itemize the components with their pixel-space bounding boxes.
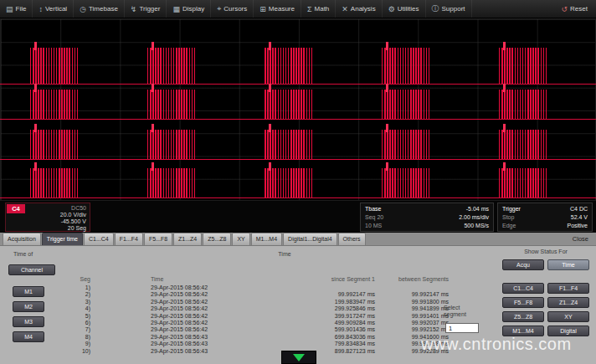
time-cell: 29-Apr-2015 08:56:42 [90, 291, 266, 298]
timebase-row-3: 10 MS500 MS/s [365, 222, 489, 229]
waveform-burst [499, 168, 547, 198]
menu-support[interactable]: ⓘSupport [426, 0, 472, 18]
channel-offset: -45.500 V [61, 218, 86, 225]
menu-display[interactable]: ▦Display [167, 0, 211, 18]
table-row: 6)29-Apr-2015 08:56:42499.909284 ms99.99… [0, 320, 469, 326]
trace-segment-row-2 [0, 90, 596, 120]
show-status-c1-c4-button[interactable]: C1...C4 [502, 283, 544, 294]
show-status-z5-z8-button[interactable]: Z5...Z8 [502, 311, 544, 322]
menu-measure[interactable]: ⊞Measure [254, 0, 301, 18]
vertical-icon: ↕ [39, 5, 43, 13]
channel-descriptor-c4[interactable]: C4 DC50 20.0 V/div -45.500 V 20 Seg [5, 203, 90, 232]
show-status-time-button[interactable]: Time [547, 259, 589, 270]
waveform-display[interactable] [0, 18, 596, 201]
since-cell: 799.834834 ms [266, 341, 375, 347]
waveform-burst [265, 90, 313, 120]
descriptor-bar: C4 DC50 20.0 V/div -45.500 V 20 Seg Tbas… [0, 201, 596, 233]
waveform-burst [30, 168, 79, 198]
segment-table[interactable]: 1)29-Apr-2015 08:56:42 2)29-Apr-2015 08:… [0, 285, 469, 355]
between-cell: 99.992037 ms [375, 320, 449, 326]
segment-input[interactable]: 1 [445, 323, 479, 333]
channel-button[interactable]: Channel [8, 264, 55, 275]
timebase-icon: ◷ [80, 5, 86, 13]
waveform-burst [382, 168, 430, 198]
menu-math[interactable]: ΣMath [301, 0, 336, 18]
waveform-burst [382, 90, 430, 120]
col-between-segments: between Segments [375, 276, 449, 282]
menu-timebase[interactable]: ◷Timebase [74, 0, 125, 18]
since-cell [266, 285, 375, 291]
seg-cell: 5) [0, 313, 90, 320]
seg-cell: 2) [0, 291, 90, 298]
oscilloscope-app: ▤File ↕Vertical ◷Timebase ↯Trigger ▦Disp… [0, 0, 596, 364]
tab-z1-z4[interactable]: Z1...Z4 [173, 233, 202, 245]
timebase-row-2: Seq 202.00 ms/div [365, 213, 489, 221]
menu-cursors-label: Cursors [224, 5, 247, 13]
show-status-z1-z4-button[interactable]: Z1...Z4 [547, 297, 589, 308]
waveform-burst [147, 130, 196, 160]
table-row: 2)29-Apr-2015 08:56:4299.992147 ms99.992… [0, 291, 469, 298]
table-row: 3)29-Apr-2015 08:56:42199.983947 ms99.99… [0, 299, 469, 305]
menu-analysis[interactable]: ✕Analysis [336, 0, 382, 18]
trigger-level: 52.4 V [571, 213, 588, 221]
timebase-descriptor[interactable]: Tbase-5.04 ms Seq 202.00 ms/div 10 MS500… [360, 203, 494, 232]
analysis-icon: ✕ [342, 5, 348, 13]
waveform-burst [265, 48, 313, 85]
tab-c1-c4[interactable]: C1...C4 [84, 233, 114, 245]
waveform-burst [499, 90, 547, 120]
since-cell: 199.983947 ms [266, 299, 375, 305]
show-status-f1-f4-button[interactable]: F1...F4 [547, 283, 589, 294]
reset-button[interactable]: ↺Reset [553, 0, 596, 18]
menu-file[interactable]: ▤File [0, 0, 33, 18]
show-status-acqu-button[interactable]: Acqu [502, 259, 544, 270]
time-cell: 29-Apr-2015 08:56:42 [90, 285, 266, 291]
time-cell: 29-Apr-2015 08:56:43 [90, 334, 266, 341]
between-cell: 99.992147 ms [375, 291, 449, 298]
timebase-samples: 10 MS [365, 222, 382, 229]
trigger-row-3: EdgePositive [502, 222, 588, 229]
hide-dialog-button[interactable] [281, 351, 316, 364]
col-time: Time [90, 276, 266, 282]
trigger-label: Trigger [502, 205, 521, 213]
seg-cell: 8) [0, 334, 90, 341]
trigger-row-2: Stop52.4 V [502, 213, 588, 221]
tab-m1-m4[interactable]: M1...M4 [251, 233, 282, 245]
since-cell: 399.917247 ms [266, 313, 375, 320]
menu-trigger[interactable]: ↯Trigger [125, 0, 167, 18]
since-cell: 99.992147 ms [266, 291, 375, 298]
reset-label: Reset [570, 5, 588, 13]
show-status-xy-button[interactable]: XY [547, 311, 589, 322]
waveform-burst [382, 48, 430, 85]
tab-f5-f8[interactable]: F5...F8 [144, 233, 172, 245]
tab-f1-f4[interactable]: F1...F4 [115, 233, 143, 245]
tab-digital1-digital4[interactable]: Digital1...Digital4 [283, 233, 337, 245]
menu-vertical[interactable]: ↕Vertical [33, 0, 74, 18]
tab-trigger-time[interactable]: Trigger time [42, 233, 83, 245]
show-status-f5-f8-button[interactable]: F5...F8 [502, 297, 544, 308]
since-cell: 599.901436 ms [266, 326, 375, 333]
timebase-rate: 500 MS/s [464, 222, 489, 229]
menu-cursors[interactable]: ⌖Cursors [211, 0, 254, 18]
between-cell [375, 285, 449, 291]
channel-scale: 20.0 V/div [60, 212, 86, 218]
tab-others[interactable]: Others [338, 233, 366, 245]
menu-file-label: File [16, 5, 27, 13]
channel-badge: C4 [7, 204, 25, 213]
tab-acquisition[interactable]: Acquisition [3, 233, 41, 245]
tab-z5-z8[interactable]: Z5...Z8 [203, 233, 231, 245]
waveform-burst [30, 90, 79, 120]
trigger-source: C4 DC [570, 205, 588, 213]
close-button[interactable]: Close [573, 233, 588, 245]
menu-utilities-label: Utilities [398, 5, 419, 13]
tab-xy[interactable]: XY [232, 233, 249, 245]
menu-utilities[interactable]: ⚙Utilities [383, 0, 426, 18]
waveform-burst [265, 168, 313, 198]
seg-cell: 6) [0, 320, 90, 326]
trigger-descriptor[interactable]: TriggerC4 DC Stop52.4 V EdgePositive [497, 203, 593, 232]
table-row: 10)29-Apr-2015 08:56:43899.827123 ms99.9… [0, 348, 469, 355]
since-cell: 699.843036 ms [266, 334, 375, 341]
waveform-burst [30, 130, 79, 160]
since-cell: 499.909284 ms [266, 320, 375, 326]
between-cell: 99.991800 ms [375, 299, 449, 305]
menu-timebase-label: Timebase [89, 5, 118, 13]
